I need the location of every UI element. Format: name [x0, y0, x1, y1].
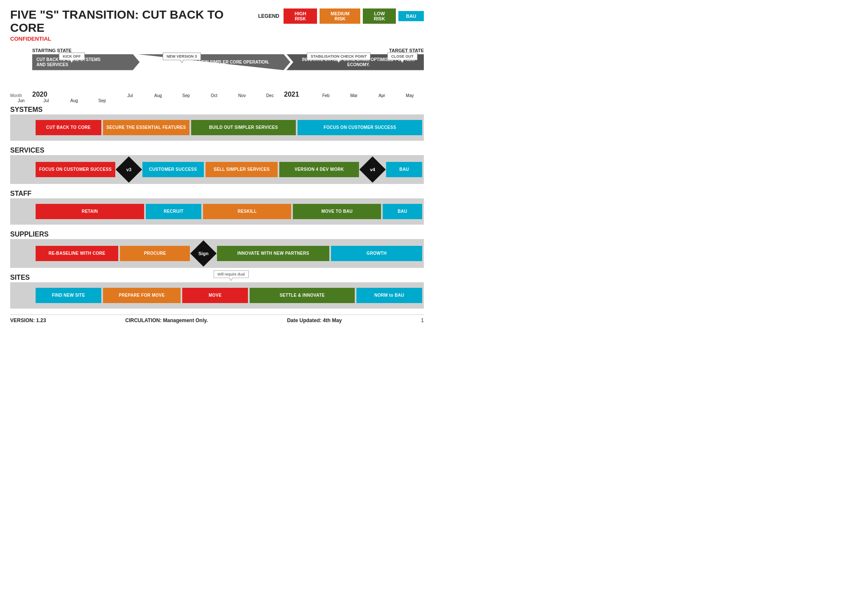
callout-stabilisation: STABILISATION CHECK POINT — [307, 53, 370, 60]
bar-cut-back-to-core: CUT BACK TO CORE — [36, 120, 101, 135]
diamond-sign: Sign — [190, 240, 217, 266]
bar-bau-staff: BAU — [383, 204, 422, 219]
arrow-buildout: BUILD OUT FROM A NEW SIMPLER CORE OPERAT… — [136, 54, 290, 70]
month-label-prefix: Month — [10, 93, 32, 98]
confidential-label: CONFIDENTIAL — [10, 36, 258, 42]
month-sep: Sep — [172, 93, 200, 98]
bar-find-site: FIND NEW SITE — [36, 288, 101, 303]
legend-label: LEGEND — [258, 13, 279, 19]
suppliers-title: SUPPLIERS — [10, 228, 424, 239]
bar-procure: PROCURE — [120, 246, 190, 261]
month-oct: Oct — [200, 93, 228, 98]
bar-sell-simpler: SELL SIMPLER SERVICES — [206, 162, 278, 177]
bar-build-simpler: BUILD OUT SIMPLER SERVICES — [191, 120, 296, 135]
timeline-grid: STARTING STATE TARGET STATE CUT BACK TO … — [10, 48, 424, 103]
arrow-cutback: CUT BACK TO CORE SYSTEMS AND SERVICES — [32, 54, 139, 70]
bar-innovate-partners: INNOVATE WITH NEW PARTNERS — [217, 246, 329, 261]
bar-growth: GROWTH — [331, 246, 422, 261]
bar-focus-customer-svc: FOCUS ON CUSTOMER SUCCESS — [36, 162, 115, 177]
tooltip-dual: Will require dual — [214, 270, 249, 278]
bar-move: MOVE — [182, 288, 248, 303]
footer-date: Date Updated: 4th May — [287, 317, 342, 323]
bar-reskill: RESKILL — [203, 204, 291, 219]
year-2020: 2020 — [32, 91, 47, 98]
month-aug: Aug — [144, 93, 172, 98]
sites-lane: FIND NEW SITE PREPARE FOR MOVE MOVE SETT… — [10, 282, 424, 309]
staff-lane: RETAIN RECRUIT RESKILL MOVE TO BAU BAU — [10, 198, 424, 225]
systems-lane: CUT BACK TO CORE SECURE THE ESSENTIAL FE… — [10, 114, 424, 141]
suppliers-lane: RE-BASELINE WITH CORE PROCURE Sign INNOV… — [10, 239, 424, 268]
staff-title: STAFF — [10, 187, 424, 198]
diamond-v4: v4 — [359, 156, 386, 182]
callout-closeout: CLOSE OUT — [387, 53, 417, 60]
legend-medium-risk: MEDIUM RISK — [320, 8, 360, 24]
bar-norm-bau: NORM to BAU — [356, 288, 422, 303]
month-jul2: Jul — [32, 98, 60, 103]
month-aug2: Aug — [60, 98, 88, 103]
footer-page: 1 — [421, 317, 424, 323]
bar-customer-success: CUSTOMER SUCCESS — [142, 162, 204, 177]
bar-version4-dev: VERSION 4 DEV WORK — [279, 162, 359, 177]
services-lane: FOCUS ON CUSTOMER SUCCESS v3 CUSTOMER SU… — [10, 155, 424, 184]
bar-rebaseline: RE-BASELINE WITH CORE — [36, 246, 118, 261]
bar-settle-innovate: SETTLE & INNOVATE — [250, 288, 355, 303]
bar-focus-customer: FOCUS ON CUSTOMER SUCCESS — [298, 120, 422, 135]
page-title: FIVE "S" TRANSITION: CUT BACK TO CORE — [10, 8, 258, 35]
month-jun: Jun — [10, 98, 32, 103]
footer-circulation: CIRCULATION: Management Only. — [125, 317, 208, 323]
legend-bau: BAU — [398, 11, 424, 21]
services-title: SERVICES — [10, 144, 424, 155]
bar-secure-essential: SECURE THE ESSENTIAL FEATURES — [103, 120, 189, 135]
callout-kickoff: KICK OFF — [59, 53, 85, 60]
bar-prepare-move: PREPARE FOR MOVE — [103, 288, 181, 303]
month-mar: Mar — [340, 93, 368, 98]
month-dec: Dec — [256, 93, 284, 98]
bar-bau-svc: BAU — [386, 162, 422, 177]
footer: VERSION: 1.23 CIRCULATION: Management On… — [10, 315, 424, 323]
systems-title: SYSTEMS — [10, 103, 424, 114]
bar-recruit: RECRUIT — [146, 204, 201, 219]
legend-low-risk: LOW RISK — [363, 8, 396, 24]
callout-version3: NEW VERSION 3 — [163, 53, 201, 60]
month-nov: Nov — [228, 93, 256, 98]
legend-high-risk: HIGH RISK — [284, 8, 317, 24]
month-feb: Feb — [312, 93, 340, 98]
year-2021: 2021 — [284, 91, 299, 98]
month-sep2: Sep — [88, 98, 116, 103]
month-jul: Jul — [116, 93, 144, 98]
month-apr: Apr — [368, 93, 396, 98]
bar-move-to-bau: MOVE TO BAU — [293, 204, 381, 219]
legend-area: LEGEND HIGH RISK MEDIUM RISK LOW RISK BA… — [258, 8, 424, 24]
footer-version: VERSION: 1.23 — [10, 317, 46, 323]
diamond-v3: v3 — [116, 156, 142, 182]
bar-retain: RETAIN — [36, 204, 144, 219]
month-may: May — [396, 93, 424, 98]
